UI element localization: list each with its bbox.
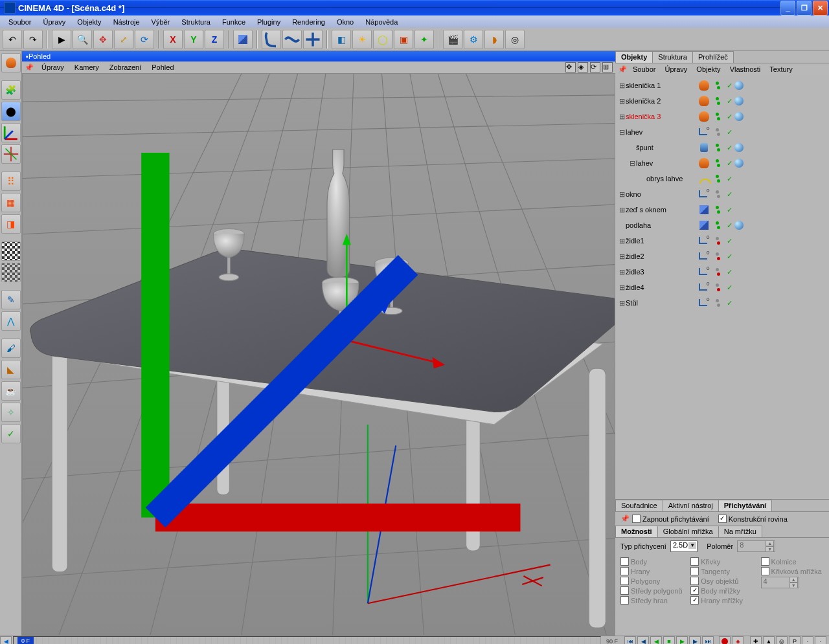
snap-checkbox[interactable] xyxy=(761,567,769,575)
paint-tool[interactable]: ☕ xyxy=(1,381,21,401)
fx-tool[interactable]: ✧ xyxy=(1,403,21,422)
viewport-3d[interactable] xyxy=(22,73,615,636)
enable-check-icon[interactable]: ✓ xyxy=(727,252,732,261)
object-tree[interactable]: ⊞sklenička 1✓⊞sklenička 2✓⊞sklenička 3✓⊟… xyxy=(615,75,829,499)
snap-checkbox[interactable] xyxy=(620,596,629,605)
snap-checkbox[interactable] xyxy=(620,586,629,595)
tree-row[interactable]: ⊞Stůl0✓ xyxy=(615,295,829,311)
expand-toggle[interactable]: ⊞ xyxy=(618,113,626,121)
viewport-pin-icon[interactable]: 📌 xyxy=(25,63,36,72)
expand-toggle[interactable]: ⊟ xyxy=(618,128,626,137)
enable-check-icon[interactable]: ✓ xyxy=(727,128,732,137)
tree-item-label[interactable]: lahev xyxy=(626,128,697,136)
tree-row[interactable]: ⊞židle40✓ xyxy=(615,280,829,295)
enable-check-icon[interactable]: ✓ xyxy=(727,159,732,168)
enable-check-icon[interactable]: ✓ xyxy=(727,190,732,199)
tree-row[interactable]: ⊟lahev✓ xyxy=(615,155,829,171)
checker1-button[interactable] xyxy=(1,241,21,261)
timeline-left-icon[interactable]: ◀ xyxy=(0,636,12,644)
tree-item-label[interactable]: špunt xyxy=(636,144,697,151)
maximize-button[interactable]: ❐ xyxy=(797,1,812,16)
visibility-dots[interactable] xyxy=(711,221,724,229)
viewport-rotate-icon[interactable]: ⟳ xyxy=(590,62,600,72)
visibility-dots[interactable] xyxy=(711,268,724,276)
make-editable-button[interactable] xyxy=(1,53,21,72)
viewport-menu-zobrazení[interactable]: Zobrazení xyxy=(104,63,147,72)
visibility-dots[interactable] xyxy=(711,190,724,198)
visibility-dots[interactable] xyxy=(711,206,724,214)
expand-toggle[interactable]: ⊞ xyxy=(618,190,626,199)
objpanel-menu-textury[interactable]: Textury xyxy=(765,65,797,74)
key-p-button[interactable]: P xyxy=(789,636,801,644)
z-axis-button[interactable]: Z xyxy=(205,30,224,49)
snap-checkbox[interactable] xyxy=(761,557,769,566)
move-tool[interactable]: ✥ xyxy=(93,30,113,49)
axis-tool[interactable] xyxy=(1,123,21,142)
tree-item-label[interactable]: zeď s oknem xyxy=(626,206,697,214)
key-pos-button[interactable]: ✚ xyxy=(750,636,762,644)
enable-check-icon[interactable]: ✓ xyxy=(727,113,732,121)
snap-checkbox[interactable] xyxy=(690,557,699,566)
play-button[interactable]: ▶ xyxy=(676,636,688,644)
render-settings-button[interactable]: ⚙ xyxy=(464,30,483,49)
texture-tag-icon[interactable] xyxy=(732,159,745,168)
tree-row[interactable]: ⊞židle30✓ xyxy=(615,264,829,280)
render-batch-button[interactable]: ◗ xyxy=(484,30,504,49)
tree-row[interactable]: ⊟lahev0✓ xyxy=(615,124,829,140)
key-opt2-button[interactable]: · xyxy=(815,636,826,644)
visibility-dots[interactable] xyxy=(711,113,724,120)
br-subtab-1[interactable]: Globální mřížka xyxy=(657,526,719,537)
sculpt-tool[interactable]: ◣ xyxy=(1,360,21,379)
undo-button[interactable]: ↶ xyxy=(3,30,22,49)
expand-toggle[interactable]: ⊞ xyxy=(618,268,626,276)
tree-item-label[interactable]: obrys lahve xyxy=(646,175,697,183)
enable-check-icon[interactable]: ✓ xyxy=(727,175,732,183)
visibility-dots[interactable] xyxy=(711,159,724,167)
key-rot-button[interactable]: ◎ xyxy=(776,636,788,644)
nurbs3-button[interactable] xyxy=(303,30,323,49)
tree-item-label[interactable]: podlaha xyxy=(626,221,697,229)
tab-struktura[interactable]: Struktura xyxy=(652,51,693,63)
br-subtab-0[interactable]: Možnosti xyxy=(615,526,658,537)
autokey-button[interactable]: ◈ xyxy=(732,636,744,644)
menu-nápověda[interactable]: Nápověda xyxy=(359,17,403,27)
tree-row[interactable]: špunt✓ xyxy=(615,140,829,155)
expand-toggle[interactable]: ⊞ xyxy=(618,206,626,214)
tree-item-label[interactable]: lahev xyxy=(636,159,697,167)
menu-okno[interactable]: Okno xyxy=(331,17,359,27)
visibility-dots[interactable] xyxy=(711,128,724,136)
enable-check-icon[interactable]: ✓ xyxy=(727,144,732,152)
enable-snapping-checkbox[interactable] xyxy=(632,515,641,523)
menu-soubor[interactable]: Soubor xyxy=(3,17,37,27)
tree-row[interactable]: ⊞sklenička 2✓ xyxy=(615,93,829,109)
texture-tag-icon[interactable] xyxy=(732,221,745,230)
expand-toggle[interactable]: ⊞ xyxy=(618,237,626,245)
snap-checkbox[interactable] xyxy=(690,586,699,595)
enable-check-icon[interactable]: ✓ xyxy=(727,97,732,105)
x-axis-button[interactable]: X xyxy=(163,30,183,49)
expand-toggle[interactable]: ⊞ xyxy=(618,97,626,105)
menu-výběr[interactable]: Výběr xyxy=(146,17,176,27)
record-button[interactable] xyxy=(719,636,731,644)
texture-tag-icon[interactable] xyxy=(732,96,745,105)
enable-check-icon[interactable]: ✓ xyxy=(727,82,732,90)
light-button[interactable]: ☀ xyxy=(352,30,372,49)
brush-tool[interactable]: 🖌 xyxy=(1,339,21,358)
viewport-menu-úpravy[interactable]: Úpravy xyxy=(36,63,69,72)
visibility-dots[interactable] xyxy=(711,97,724,105)
enable-check-icon[interactable]: ✓ xyxy=(727,268,732,276)
visibility-dots[interactable] xyxy=(711,175,724,183)
goto-start-button[interactable]: ⏮ xyxy=(624,636,636,644)
enable-check-icon[interactable]: ✓ xyxy=(727,206,732,214)
knife-tool[interactable]: ✎ xyxy=(1,290,21,309)
objpanel-menu-vlastnosti[interactable]: Vlastnosti xyxy=(725,65,766,74)
texture-tag-icon[interactable] xyxy=(732,143,745,152)
expand-toggle[interactable]: ⊟ xyxy=(628,159,636,168)
bone-tool[interactable]: ⋀ xyxy=(1,311,21,331)
play-back-button[interactable]: ◀ xyxy=(650,636,662,644)
y-axis-button[interactable]: Y xyxy=(184,30,203,49)
visibility-dots[interactable] xyxy=(711,237,724,245)
menu-nástroje[interactable]: Nástroje xyxy=(108,17,146,27)
rotate-tool[interactable]: ⟳ xyxy=(135,30,154,49)
tree-item-label[interactable]: židle3 xyxy=(626,268,697,276)
